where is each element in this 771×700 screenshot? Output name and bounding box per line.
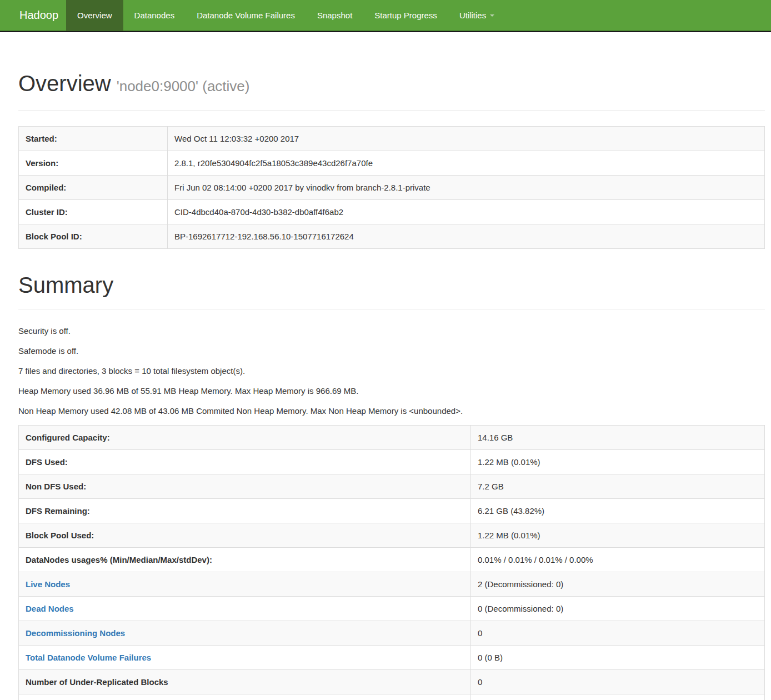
nav-item-label: Utilities xyxy=(459,11,486,20)
row-label: Decommissioning Nodes xyxy=(19,621,471,646)
table-row: Total Datanode Volume Failures0 (0 B) xyxy=(19,646,765,670)
table-row: DFS Remaining:6.21 GB (43.82%) xyxy=(19,499,765,523)
row-label: DFS Used: xyxy=(19,450,471,474)
nav-item-label: Snapshot xyxy=(317,11,352,20)
table-row: Started:Wed Oct 11 12:03:32 +0200 2017 xyxy=(19,127,765,151)
table-row: Block Pool ID:BP-1692617712-192.168.56.1… xyxy=(19,224,765,249)
table-row: Dead Nodes0 (Decommissioned: 0) xyxy=(19,597,765,621)
row-value: 0 (Decommissioned: 0) xyxy=(471,597,765,621)
page-title-text: Overview xyxy=(18,71,111,96)
table-row: DataNodes usages% (Min/Median/Max/stdDev… xyxy=(19,548,765,572)
row-value: 2.8.1, r20fe5304904fc2f5a18053c389e43cd2… xyxy=(168,151,765,176)
row-label: Version: xyxy=(19,151,168,176)
row-label: Started: xyxy=(19,127,168,151)
table-row: Block Pool Used:1.22 MB (0.01%) xyxy=(19,523,765,548)
row-label: Total Datanode Volume Failures xyxy=(19,646,471,670)
row-label: Dead Nodes xyxy=(19,597,471,621)
row-value: Fri Jun 02 08:14:00 +0200 2017 by vinodk… xyxy=(168,176,765,200)
row-value: BP-1692617712-192.168.56.10-150771617262… xyxy=(168,224,765,249)
table-row: DFS Used:1.22 MB (0.01%) xyxy=(19,450,765,474)
nav-item-label: Datanodes xyxy=(134,11,175,20)
table-row: Configured Capacity:14.16 GB xyxy=(19,426,765,450)
top-navbar: Hadoop OverviewDatanodesDatanode Volume … xyxy=(0,0,771,31)
summary-table: Configured Capacity:14.16 GBDFS Used:1.2… xyxy=(18,425,765,700)
live-nodes-link[interactable]: Live Nodes xyxy=(26,579,70,589)
row-value: CID-4dbcd40a-870d-4d30-b382-db0aff4f6ab2 xyxy=(168,200,765,224)
table-row: Compiled:Fri Jun 02 08:14:00 +0200 2017 … xyxy=(19,176,765,200)
table-row: Decommissioning Nodes0 xyxy=(19,621,765,646)
table-row: Number of Blocks Pending Deletion0 xyxy=(19,694,765,700)
row-label: Block Pool Used: xyxy=(19,523,471,548)
nav-item-snapshot[interactable]: Snapshot xyxy=(306,0,363,31)
row-label: Configured Capacity: xyxy=(19,426,471,450)
row-label: Number of Under-Replicated Blocks xyxy=(19,670,471,694)
dead-nodes-link[interactable]: Dead Nodes xyxy=(26,604,74,613)
row-value: 1.22 MB (0.01%) xyxy=(471,450,765,474)
row-label: DFS Remaining: xyxy=(19,499,471,523)
row-label: DataNodes usages% (Min/Median/Max/stdDev… xyxy=(19,548,471,572)
summary-paragraphs: Security is off.Safemode is off.7 files … xyxy=(18,325,765,417)
page-title-subtitle: 'node0:9000' (active) xyxy=(117,78,250,94)
summary-paragraph: Heap Memory used 36.96 MB of 55.91 MB He… xyxy=(18,385,765,397)
row-label: Live Nodes xyxy=(19,572,471,597)
row-value: 0 xyxy=(471,670,765,694)
row-label: Cluster ID: xyxy=(19,200,168,224)
summary-paragraph: Security is off. xyxy=(18,325,765,337)
navbar-bottom-border xyxy=(0,31,771,32)
divider xyxy=(18,309,765,309)
row-value: Wed Oct 11 12:03:32 +0200 2017 xyxy=(168,127,765,151)
navbar-menu: OverviewDatanodesDatanode Volume Failure… xyxy=(66,0,505,31)
table-row: Number of Under-Replicated Blocks0 xyxy=(19,670,765,694)
chevron-down-icon xyxy=(490,14,494,17)
summary-paragraph: Safemode is off. xyxy=(18,345,765,357)
summary-heading: Summary xyxy=(18,273,765,297)
nav-item-overview[interactable]: Overview xyxy=(66,0,123,31)
nav-item-label: Overview xyxy=(77,11,112,20)
nav-item-datanodes[interactable]: Datanodes xyxy=(123,0,186,31)
row-label: Number of Blocks Pending Deletion xyxy=(19,694,471,700)
row-label: Non DFS Used: xyxy=(19,474,471,499)
row-value: 0.01% / 0.01% / 0.01% / 0.00% xyxy=(471,548,765,572)
table-row: Cluster ID:CID-4dbcd40a-870d-4d30-b382-d… xyxy=(19,200,765,224)
row-value: 7.2 GB xyxy=(471,474,765,499)
page-title: Overview'node0:9000' (active) xyxy=(18,71,765,98)
nav-item-datanode-volume-failures[interactable]: Datanode Volume Failures xyxy=(186,0,306,31)
total-datanode-volume-failures-link[interactable]: Total Datanode Volume Failures xyxy=(26,653,151,662)
summary-paragraph: Non Heap Memory used 42.08 MB of 43.06 M… xyxy=(18,405,765,417)
row-value: 1.22 MB (0.01%) xyxy=(471,523,765,548)
divider xyxy=(18,110,765,111)
decommissioning-nodes-link[interactable]: Decommissioning Nodes xyxy=(26,628,125,638)
summary-paragraph: 7 files and directories, 3 blocks = 10 t… xyxy=(18,365,765,377)
overview-info-table: Started:Wed Oct 11 12:03:32 +0200 2017Ve… xyxy=(18,126,765,249)
row-value: 0 xyxy=(471,694,765,700)
row-value: 14.16 GB xyxy=(471,426,765,450)
row-value: 0 (0 B) xyxy=(471,646,765,670)
row-value: 0 xyxy=(471,621,765,646)
table-row: Live Nodes2 (Decommissioned: 0) xyxy=(19,572,765,597)
nav-item-label: Datanode Volume Failures xyxy=(197,11,295,20)
row-value: 2 (Decommissioned: 0) xyxy=(471,572,765,597)
row-label: Block Pool ID: xyxy=(19,224,168,249)
main-content: Overview'node0:9000' (active) Started:We… xyxy=(18,71,765,700)
brand-hadoop[interactable]: Hadoop xyxy=(0,0,66,31)
nav-item-label: Startup Progress xyxy=(374,11,437,20)
nav-item-utilities[interactable]: Utilities xyxy=(448,0,505,31)
row-label: Compiled: xyxy=(19,176,168,200)
table-row: Non DFS Used:7.2 GB xyxy=(19,474,765,499)
nav-item-startup-progress[interactable]: Startup Progress xyxy=(363,0,448,31)
table-row: Version:2.8.1, r20fe5304904fc2f5a18053c3… xyxy=(19,151,765,176)
row-value: 6.21 GB (43.82%) xyxy=(471,499,765,523)
